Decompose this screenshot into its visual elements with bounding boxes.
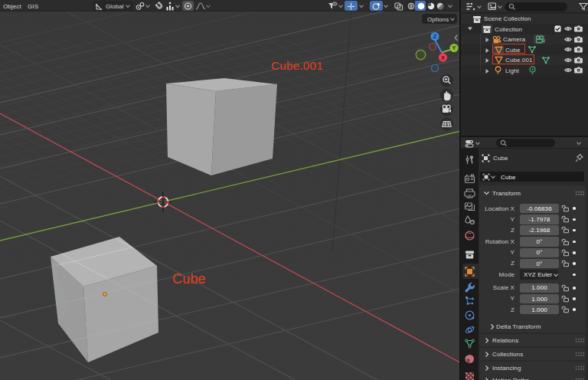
svg-text:Y: Y [452,44,456,51]
svg-text:X: X [441,54,445,61]
svg-text:Z: Z [433,33,437,40]
